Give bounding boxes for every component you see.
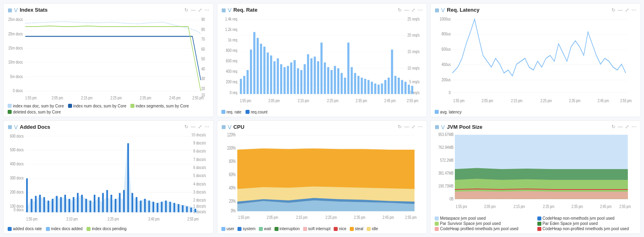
svg-rect-91 (384, 80, 386, 94)
legend-item: nice (334, 227, 346, 231)
svg-rect-58 (273, 61, 275, 94)
svg-rect-53 (256, 38, 258, 94)
svg-text:2:35 pm: 2:35 pm (354, 215, 365, 220)
legend-label: deleted docs, sum by Core (13, 110, 61, 114)
legend-color (350, 227, 354, 231)
svg-rect-55 (263, 47, 265, 94)
svg-text:2 docs/s: 2 docs/s (193, 198, 206, 203)
more-icon[interactable]: ⋯ (632, 7, 636, 13)
svg-rect-81 (351, 67, 353, 94)
minimize-icon[interactable]: — (618, 124, 623, 130)
expand-icon[interactable]: ⤢ (625, 7, 629, 13)
svg-text:2:25 pm: 2:25 pm (325, 215, 336, 220)
svg-rect-61 (283, 67, 285, 94)
panel-title: Index Stats (20, 7, 47, 13)
svg-rect-96 (401, 80, 403, 94)
panel-title: Req. Latency (447, 7, 479, 13)
svg-text:2:35 pm: 2:35 pm (355, 98, 367, 103)
svg-text:300 docs: 300 docs (10, 175, 24, 180)
svg-text:800us: 800us (442, 31, 451, 37)
svg-text:1:55 pm: 1:55 pm (456, 204, 467, 209)
bar-chart-icon: ▦ (8, 124, 12, 130)
legend-color (537, 216, 541, 221)
legend-color (275, 227, 279, 231)
legend-label: Metaspace jvm pool used (440, 216, 485, 221)
expand-icon[interactable]: ⤢ (198, 7, 202, 13)
minimize-icon[interactable]: — (191, 124, 196, 130)
refresh-icon[interactable]: ↻ (184, 124, 188, 130)
chart-area-added-docs: 600 docs 500 docs 400 docs 300 docs 200 … (8, 132, 209, 225)
svg-text:2:35 pm: 2:35 pm (569, 98, 580, 103)
legend-label: index docs added (51, 227, 83, 231)
svg-rect-153 (31, 199, 32, 212)
svg-rect-171 (106, 190, 108, 212)
svg-rect-190 (186, 206, 188, 212)
svg-rect-77 (337, 68, 339, 94)
minimize-icon[interactable]: — (618, 7, 623, 13)
title-group: ▦ ⋁ Index Stats (8, 7, 47, 13)
panel-controls: ↻ — ⤢ ⋯ (611, 7, 636, 13)
svg-text:8 docs/s: 8 docs/s (193, 148, 206, 153)
legend-item: req.count (246, 110, 268, 114)
svg-rect-168 (94, 194, 95, 212)
more-icon[interactable]: ⋯ (418, 7, 423, 13)
more-icon[interactable]: ⋯ (418, 124, 423, 130)
svg-text:20m docs: 20m docs (8, 31, 23, 36)
svg-rect-90 (381, 83, 383, 94)
minimize-icon[interactable]: — (404, 7, 409, 13)
refresh-icon[interactable]: ↻ (611, 7, 615, 13)
expand-icon[interactable]: ⤢ (625, 124, 629, 130)
svg-text:0 req/s: 0 req/s (409, 90, 419, 95)
svg-text:1:55 pm: 1:55 pm (238, 215, 249, 220)
jvm-pool-chart: 953.67MB 762.94MB 572.2MB 381.47MB 190.7… (435, 132, 636, 215)
minimize-icon[interactable]: — (404, 124, 409, 130)
svg-text:2:05 pm: 2:05 pm (266, 215, 278, 220)
svg-text:381.47MB: 381.47MB (438, 170, 454, 175)
svg-text:3 docs/s: 3 docs/s (193, 189, 206, 194)
title-group: ▦ ⋁ Req. Rate (221, 7, 258, 13)
more-icon[interactable]: ⋯ (632, 124, 636, 130)
svg-rect-158 (52, 199, 54, 212)
svg-text:2:25 pm: 2:25 pm (541, 98, 552, 103)
legend-color (303, 227, 307, 231)
svg-text:1.2k req: 1.2k req (225, 27, 237, 32)
svg-rect-92 (388, 78, 390, 94)
expand-icon[interactable]: ⤢ (411, 124, 415, 130)
expand-icon[interactable]: ⤢ (411, 7, 415, 13)
svg-text:70: 70 (201, 37, 205, 41)
svg-text:0: 0 (449, 90, 451, 95)
panel-header-jvm-pool: ▦ ⋁ JVM Pool Size ↻ — ⤢ ⋯ (435, 124, 636, 130)
legend-color (46, 227, 50, 231)
legend-item: Par Eden Space jvm pool used (537, 221, 636, 226)
svg-rect-186 (169, 202, 171, 212)
refresh-icon[interactable]: ↻ (611, 124, 615, 130)
legend-added-docs: added docs rate index docs added index d… (8, 227, 209, 231)
refresh-icon[interactable]: ↻ (184, 7, 188, 13)
filter-icon: ⋁ (14, 124, 18, 130)
svg-text:2:35 pm: 2:35 pm (140, 96, 151, 100)
more-icon[interactable]: ⋯ (204, 7, 209, 13)
legend-label: added docs rate (13, 227, 42, 231)
filter-icon: ⋁ (228, 7, 231, 12)
svg-rect-179 (140, 200, 142, 212)
svg-text:2:05 pm: 2:05 pm (52, 96, 63, 100)
svg-text:0B: 0B (450, 196, 454, 201)
svg-text:60: 60 (201, 47, 205, 52)
svg-text:10 req/s: 10 req/s (407, 65, 419, 70)
minimize-icon[interactable]: — (191, 7, 196, 13)
svg-text:40%: 40% (229, 185, 235, 190)
expand-icon[interactable]: ⤢ (198, 124, 202, 130)
svg-rect-155 (39, 194, 41, 212)
svg-text:9 docs/s: 9 docs/s (193, 140, 206, 145)
legend-label: steal (355, 227, 363, 231)
svg-rect-66 (300, 70, 302, 94)
legend-color (537, 222, 541, 226)
refresh-icon[interactable]: ↻ (398, 7, 402, 13)
svg-text:200 docs: 200 docs (10, 189, 24, 194)
panel-jvm-pool: ▦ ⋁ JVM Pool Size ↻ — ⤢ ⋯ 953.67MB 762.9… (430, 120, 641, 234)
svg-rect-49 (243, 76, 245, 94)
refresh-icon[interactable]: ↻ (398, 124, 402, 130)
svg-rect-67 (303, 64, 305, 94)
more-icon[interactable]: ⋯ (204, 124, 209, 130)
svg-text:200us: 200us (442, 77, 451, 82)
